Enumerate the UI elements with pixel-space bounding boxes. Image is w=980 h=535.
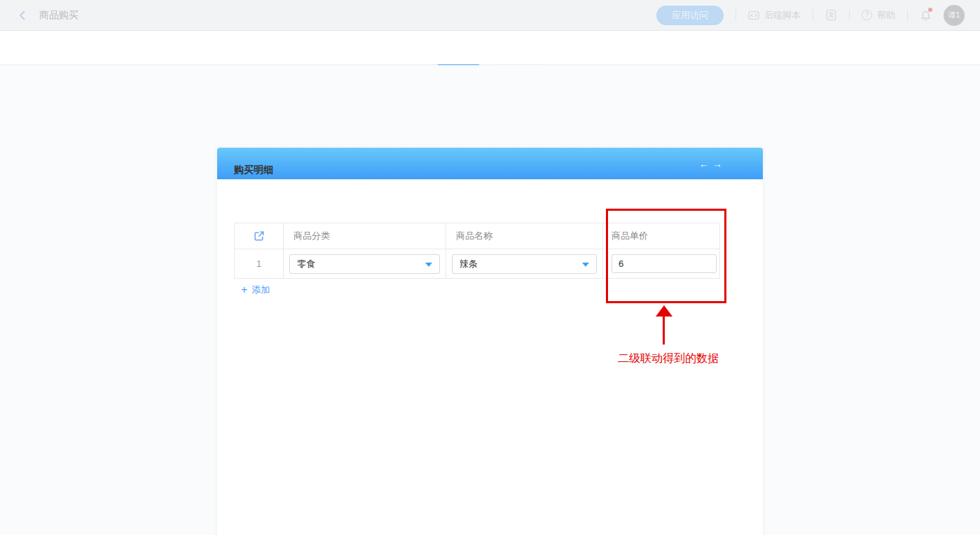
form-card: ← → 购买明细 商品分类 商品名称 商品单价 [217,148,763,535]
divider [813,10,813,21]
name-select[interactable]: 辣条 [452,254,597,274]
external-link-icon[interactable] [254,230,265,242]
price-input[interactable] [612,254,717,273]
subform-table: 商品分类 商品名称 商品单价 1 零食 [234,223,720,279]
help-button[interactable]: ? 帮助 [862,9,895,22]
table-row: 1 零食 辣条 [235,249,719,278]
help-label: 帮助 [877,9,895,22]
column-header-category: 商品分类 [284,223,446,249]
screen: 商品购买 应用访问 后端脚本 ? 帮助 [0,0,980,535]
add-row-label: 添加 [251,284,270,296]
contacts-button[interactable] [825,9,837,21]
subform-title: 购买明细 [234,164,273,176]
form-card-header: ← → [217,148,763,179]
backend-script-label: 后端脚本 [764,9,801,22]
name-cell: 辣条 [446,249,603,278]
app-access-button[interactable]: 应用访问 [656,6,724,25]
preview-area: ← → 购买明细 商品分类 商品名称 商品单价 [0,65,980,535]
divider [849,10,850,21]
category-cell: 零食 [284,249,446,278]
app-access-label: 应用访问 [672,9,708,22]
prev-arrow-icon[interactable]: ← [699,158,709,169]
plus-icon: + [241,284,247,296]
avatar[interactable]: 谭1 [944,5,965,26]
chevron-down-icon [582,263,589,267]
column-header-price: 商品单价 [603,223,719,249]
table-header-row: 商品分类 商品名称 商品单价 [235,223,719,249]
code-icon [748,10,759,21]
column-header-name: 商品名称 [446,223,603,249]
add-row-button[interactable]: + 添加 [241,284,270,296]
notification-bell-icon[interactable] [920,9,932,22]
top-app-bar: 商品购买 应用访问 后端脚本 ? 帮助 [0,0,980,31]
next-arrow-icon[interactable]: → [712,158,722,169]
backend-script-button[interactable]: 后端脚本 [748,9,801,22]
back-chevron-icon[interactable] [17,10,28,21]
expand-rows-cell [235,223,284,249]
app-title: 商品购买 [39,9,78,22]
pagination-arrows: ← → [699,148,722,179]
annotation-text: 二级联动得到的数据 [618,352,719,366]
preview-toolbar: ✕ [0,31,980,65]
divider [736,10,736,21]
name-select-value: 辣条 [460,258,478,270]
row-index: 1 [256,258,261,269]
notification-dot [928,8,932,12]
chevron-down-icon [425,263,432,267]
annotation-arrow-line [663,315,665,345]
help-icon: ? [862,10,872,20]
category-select[interactable]: 零食 [289,254,440,274]
row-index-cell: 1 [235,249,284,278]
category-select-value: 零食 [297,258,315,270]
contacts-icon [825,9,837,21]
divider [907,10,908,21]
price-cell [603,249,719,278]
